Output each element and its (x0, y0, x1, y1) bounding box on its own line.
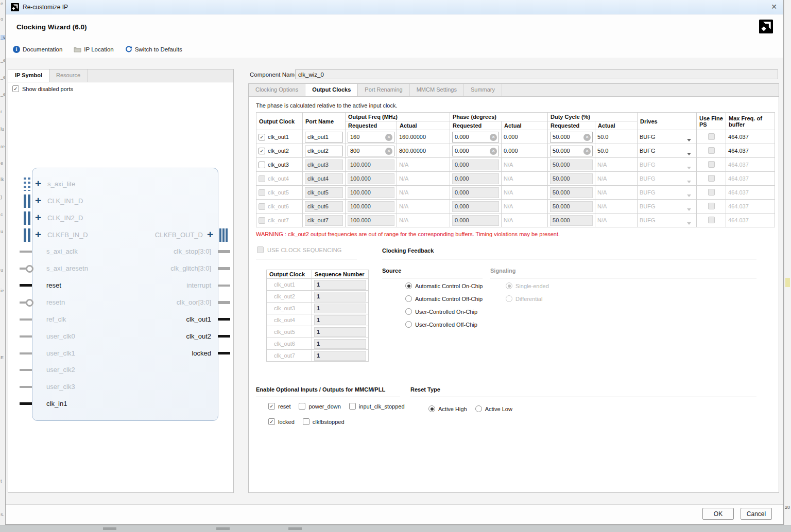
reset-type-radio-group: Active HighActive Low (428, 405, 512, 412)
checkbox-clkfbstopped[interactable]: clkfbstopped (303, 418, 345, 425)
clocking-feedback-title: Clocking Feedback (382, 247, 434, 254)
dialog-titlebar[interactable]: Re-customize IP ✕ (6, 0, 783, 14)
port-stub-icon (218, 250, 230, 253)
radio-active-low[interactable]: Active Low (475, 405, 512, 412)
close-icon[interactable]: ✕ (771, 3, 777, 11)
clear-icon[interactable]: ✕ (385, 134, 392, 141)
enable-clk_out3-checkbox[interactable] (259, 162, 265, 168)
port-interrupt[interactable]: interrupt (8, 280, 233, 291)
output-clock-row-clk_out7: clk_out7clk_out7100.000N/A0.000N/A50.000… (256, 214, 775, 227)
component-name-input[interactable]: clk_wiz_0 (295, 69, 778, 79)
use-clock-sequencing-checkbox[interactable]: USE CLOCK SEQUENCING (257, 246, 342, 253)
dialog-title: Re-customize IP (23, 4, 68, 11)
checkbox-power-down[interactable]: power_down (299, 403, 340, 410)
clk_out3-port-input: clk_out3 (305, 159, 343, 170)
signaling-radio-group: Single-endedDifferential (506, 282, 549, 302)
switch-to-defaults-button[interactable]: Switch to Defaults (125, 46, 182, 53)
enable-clk_out5-checkbox[interactable] (259, 189, 265, 196)
footer-divider (6, 504, 783, 505)
expand-plus-icon[interactable]: + (207, 228, 213, 241)
max-freq-value: 464.037 (728, 148, 749, 154)
output-clock-row-clk_out6: clk_out6clk_out6100.000N/A0.000N/A50.000… (256, 200, 775, 214)
port-clk-stop-3-0[interactable]: clk_stop[3:0] (8, 246, 233, 257)
checkbox-input-clk-stopped[interactable]: input_clk_stopped (349, 403, 405, 410)
clk_out4-freq_req-input: 100.000 (348, 173, 394, 184)
ip-symbol-panel: IP SymbolResource ✓ Show disabled ports … (8, 69, 234, 493)
port-user-clk3[interactable]: user_clk3 (8, 381, 233, 393)
actual-value: 0.000 (504, 134, 518, 140)
optional-io-row: ✓resetpower_downinput_clk_stopped (268, 403, 405, 410)
interface-pins-icon (24, 178, 30, 191)
radio-automatic-control-on-chip[interactable]: Automatic Control On-Chip (405, 282, 483, 289)
checkbox-reset[interactable]: ✓reset (268, 403, 290, 410)
clk_out2-duty_req-input[interactable]: 50.000✕ (550, 146, 593, 156)
clk_out1-port-input[interactable]: clk_out1 (305, 132, 343, 143)
background-text-fragment: u (1, 268, 3, 273)
port-clk-in1[interactable]: clk_in1 (8, 398, 233, 410)
clk_out1-phase_req-input[interactable]: 0.000✕ (452, 132, 499, 143)
enable-clk_out1-checkbox[interactable]: ✓ (259, 134, 265, 140)
clk_out7-port-input: clk_out7 (305, 215, 343, 226)
sequence-row-clk_out4: clk_out41 (267, 314, 369, 326)
expand-plus-icon[interactable]: + (35, 194, 41, 207)
expand-plus-icon[interactable]: + (35, 211, 41, 224)
radio-active-high[interactable]: Active High (428, 405, 467, 412)
documentation-button[interactable]: i Documentation (13, 46, 62, 53)
radio-automatic-control-off-chip[interactable]: Automatic Control Off-Chip (405, 295, 483, 302)
clk_out7-phase_req-input: 0.000 (452, 215, 499, 226)
port-clk-oor-3-0[interactable]: clk_oor[3:0] (8, 297, 233, 308)
clear-icon[interactable]: ✕ (490, 134, 497, 141)
port-label: CLK_IN1_D (47, 197, 83, 205)
divider (490, 278, 756, 278)
enable-clk_out6-checkbox[interactable] (259, 203, 265, 210)
port-s-axi-lite[interactable]: +s_axi_lite (8, 179, 233, 190)
port-user-clk2[interactable]: user_clk2 (8, 364, 233, 376)
dropdown-arrow-icon (687, 153, 691, 155)
clk_out4-sequence-input: 1 (314, 315, 366, 325)
clk_out1-freq_req-input[interactable]: 160✕ (348, 132, 394, 143)
radio-user-controlled-off-chip[interactable]: User-Controlled Off-Chip (405, 321, 483, 328)
statusbar-segment (103, 527, 116, 530)
col-phase: Phase (degrees) (450, 113, 548, 121)
clk_out1-drives-select[interactable]: BUFG (640, 134, 694, 140)
port-clk-in1-d[interactable]: +CLK_IN1_D (8, 196, 233, 207)
clk_out2-freq_req-input[interactable]: 800✕ (348, 146, 394, 156)
enable-clk_out7-checkbox[interactable] (259, 217, 265, 224)
ok-button[interactable]: OK (702, 508, 734, 520)
clk_out2-port-input[interactable]: clk_out2 (305, 146, 343, 156)
enable-clk_out2-checkbox[interactable]: ✓ (259, 148, 265, 154)
expand-plus-icon[interactable]: + (35, 177, 41, 190)
output-clock-name: clk_out2 (268, 148, 289, 154)
tab-output-clocks[interactable]: Output Clocks (305, 84, 358, 96)
clk_out2-drives-select[interactable]: BUFG (640, 148, 694, 154)
tab-summary[interactable]: Summary (464, 84, 502, 96)
clk_out6-port-input: clk_out6 (305, 201, 343, 212)
enable-clk_out4-checkbox[interactable] (259, 175, 265, 182)
clear-icon[interactable]: ✕ (385, 148, 392, 155)
tab-port-renaming[interactable]: Port Renaming (358, 84, 409, 96)
port-clk-out1[interactable]: clk_out1 (8, 314, 233, 325)
port-clk-out2[interactable]: clk_out2 (8, 331, 233, 342)
sequence-row-clk_out2: clk_out21 (267, 291, 369, 303)
divider (410, 397, 756, 397)
checkbox-label: power_down (308, 403, 340, 410)
output-clock-name: clk_out7 (268, 217, 289, 223)
ip-location-button[interactable]: IP Location (74, 46, 113, 52)
checkbox-locked[interactable]: ✓locked (268, 418, 295, 425)
port-clkfb-out-d[interactable]: CLKFB_OUT_D+ (8, 229, 233, 241)
clk_out2-phase_req-input[interactable]: 0.000✕ (452, 146, 499, 156)
radio-label: Active Low (485, 406, 512, 412)
cancel-button[interactable]: Cancel (741, 508, 772, 520)
port-clk-in2-d[interactable]: +CLK_IN2_D (8, 212, 233, 224)
checkbox-icon (303, 418, 309, 425)
clk_out1-duty_req-input[interactable]: 50.000✕ (550, 132, 593, 143)
clear-icon[interactable]: ✕ (583, 134, 591, 141)
radio-user-controlled-on-chip[interactable]: User-Controlled On-Chip (405, 308, 483, 315)
tab-mmcm-settings[interactable]: MMCM Settings (410, 84, 464, 96)
tab-clocking-options[interactable]: Clocking Options (249, 84, 305, 96)
port-locked[interactable]: locked (8, 348, 233, 359)
port-clk-glitch-3-0[interactable]: clk_glitch[3:0] (8, 263, 233, 274)
clear-icon[interactable]: ✕ (583, 148, 591, 155)
port-stub-icon (20, 386, 32, 388)
clear-icon[interactable]: ✕ (490, 148, 497, 155)
